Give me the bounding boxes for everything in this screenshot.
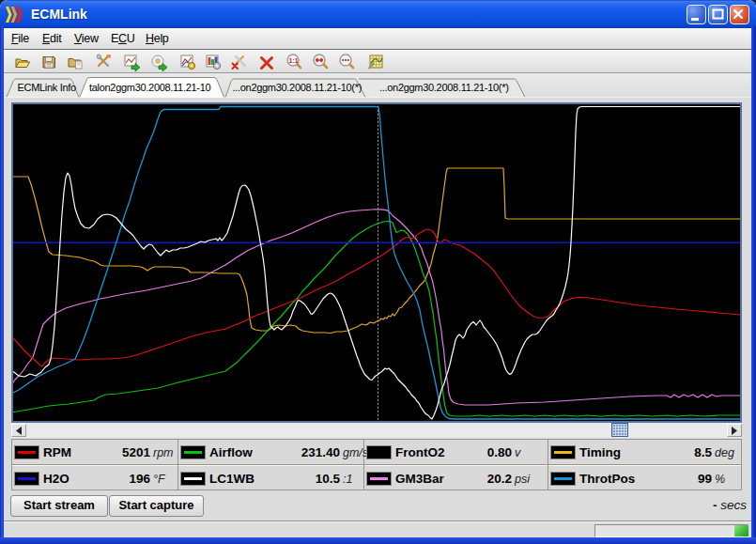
svg-text:ECMLink Info: ECMLink Info [18,82,77,93]
svg-text:1:1: 1:1 [289,57,299,64]
svg-text:talon2ggm30.2008.11.21-10: talon2ggm30.2008.11.21-10 [89,82,210,93]
svg-text:...on2ggm30.2008.11.21-10(*): ...on2ggm30.2008.11.21-10(*) [379,82,509,93]
svg-text:...on2ggm30.2008.11.21-10(*): ...on2ggm30.2008.11.21-10(*) [233,82,363,93]
